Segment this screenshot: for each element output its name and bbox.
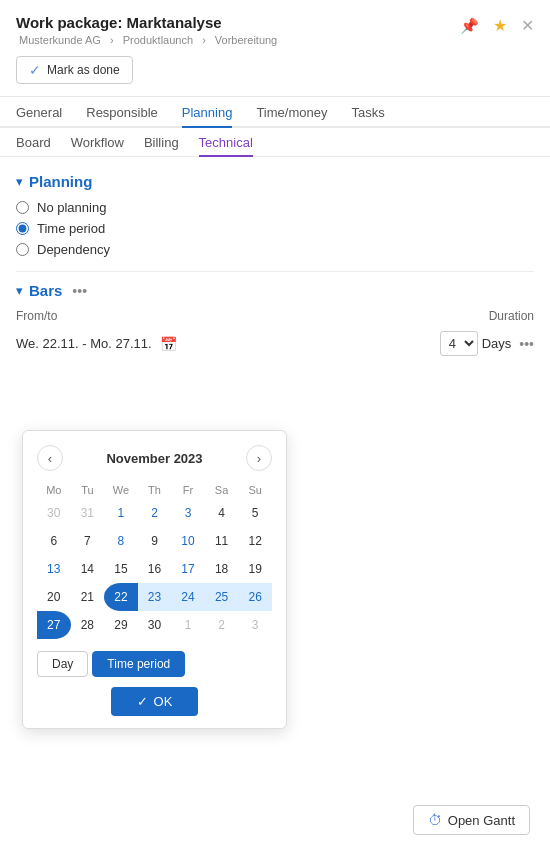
breadcrumb-part-1: Musterkunde AG [19,34,101,46]
cal-day[interactable]: 7 [71,527,105,555]
planning-section-title: Planning [29,173,92,190]
radio-no-planning-label: No planning [37,200,106,215]
cal-day[interactable]: 16 [138,555,172,583]
cal-tab-time-period[interactable]: Time period [92,651,185,677]
date-display: We. 22.11. - Mo. 27.11. [16,336,152,351]
calendar-grid: Mo Tu We Th Fr Sa Su 30 31 1 2 3 4 5 [37,481,272,639]
cal-day-range[interactable]: 24 [171,583,205,611]
open-gantt-button[interactable]: ⏱ Open Gantt [413,805,530,835]
cal-day-range[interactable]: 26 [238,583,272,611]
calendar-month-year: November 2023 [106,451,202,466]
radio-no-planning[interactable]: No planning [16,200,534,215]
cal-day[interactable]: 18 [205,555,239,583]
duration-more-icon[interactable]: ••• [519,336,534,352]
gantt-icon: ⏱ [428,812,442,828]
duration-input-area: 4 1 2 3 5 6 7 Days ••• [440,331,534,356]
weekday-mo: Mo [37,481,71,499]
cal-day[interactable]: 20 [37,583,71,611]
cal-day[interactable]: 15 [104,555,138,583]
cal-day[interactable]: 30 [138,611,172,639]
tab-technical[interactable]: Technical [199,128,253,157]
bars-section-header: ▾ Bars ••• [16,282,534,299]
mark-done-label: Mark as done [47,63,120,77]
cal-day[interactable]: 9 [138,527,172,555]
tab-workflow[interactable]: Workflow [71,128,124,157]
radio-dependency-input[interactable] [16,243,29,256]
cal-day[interactable]: 1 [104,499,138,527]
breadcrumb: Musterkunde AG › Produktlaunch › Vorbere… [16,34,534,46]
secondary-tabs: Board Workflow Billing Technical [0,128,550,157]
cal-day[interactable]: 30 [37,499,71,527]
cal-day-range-start[interactable]: 22 [104,583,138,611]
cal-day[interactable]: 3 [171,499,205,527]
days-label: Days [482,336,512,351]
calendar-weekday-row: Mo Tu We Th Fr Sa Su [37,481,272,499]
radio-dependency-label: Dependency [37,242,110,257]
calendar-next-button[interactable]: › [246,445,272,471]
ok-check-icon: ✓ [137,694,148,709]
cal-day[interactable]: 29 [104,611,138,639]
cal-day[interactable]: 19 [238,555,272,583]
duration-select[interactable]: 4 1 2 3 5 6 7 [440,331,478,356]
cal-day[interactable]: 2 [205,611,239,639]
section-divider [16,271,534,272]
tab-billing[interactable]: Billing [144,128,179,157]
calendar-week-5: 27 28 29 30 1 2 3 [37,611,272,639]
tab-timemoney[interactable]: Time/money [256,97,327,128]
calendar-week-2: 6 7 8 9 10 11 12 [37,527,272,555]
tab-tasks[interactable]: Tasks [351,97,384,128]
header-actions: 📌 ★ ✕ [458,14,536,37]
pin-button[interactable]: 📌 [458,15,481,37]
calendar-ok-button[interactable]: ✓ OK [111,687,199,716]
fromto-duration-header: From/to Duration [16,309,534,323]
calendar-prev-button[interactable]: ‹ [37,445,63,471]
radio-no-planning-input[interactable] [16,201,29,214]
cal-day[interactable]: 6 [37,527,71,555]
calendar-week-4: 20 21 22 23 24 25 26 [37,583,272,611]
weekday-su: Su [238,481,272,499]
ok-label: OK [154,694,173,709]
favorite-button[interactable]: ★ [491,14,509,37]
cal-day[interactable]: 13 [37,555,71,583]
calendar-footer-tabs: Day Time period [37,651,272,677]
cal-day[interactable]: 28 [71,611,105,639]
cal-day-range-end[interactable]: 27 [37,611,71,639]
cal-day[interactable]: 2 [138,499,172,527]
cal-day-range[interactable]: 25 [205,583,239,611]
radio-dependency[interactable]: Dependency [16,242,534,257]
open-gantt-area: ⏱ Open Gantt [413,805,530,835]
cal-day[interactable]: 11 [205,527,239,555]
tab-board[interactable]: Board [16,128,51,157]
cal-day[interactable]: 3 [238,611,272,639]
tab-planning[interactable]: Planning [182,97,233,128]
radio-time-period[interactable]: Time period [16,221,534,236]
cal-day[interactable]: 12 [238,527,272,555]
tab-responsible[interactable]: Responsible [86,97,158,128]
bars-more-icon[interactable]: ••• [72,283,87,299]
cal-day[interactable]: 5 [238,499,272,527]
bars-chevron-icon[interactable]: ▾ [16,283,23,298]
calendar-week-3: 13 14 15 16 17 18 19 [37,555,272,583]
cal-day[interactable]: 21 [71,583,105,611]
cal-day[interactable]: 14 [71,555,105,583]
tab-general[interactable]: General [16,97,62,128]
cal-day[interactable]: 1 [171,611,205,639]
calendar-icon[interactable]: 📅 [160,336,177,352]
cal-day[interactable]: 4 [205,499,239,527]
cal-day[interactable]: 17 [171,555,205,583]
cal-day[interactable]: 10 [171,527,205,555]
weekday-sa: Sa [205,481,239,499]
radio-time-period-label: Time period [37,221,105,236]
breadcrumb-part-2: Produktlaunch [123,34,193,46]
cal-tab-day[interactable]: Day [37,651,88,677]
planning-chevron-icon[interactable]: ▾ [16,174,23,189]
cal-day-range[interactable]: 23 [138,583,172,611]
planning-radio-group: No planning Time period Dependency [16,200,534,257]
check-icon: ✓ [29,62,41,78]
radio-time-period-input[interactable] [16,222,29,235]
cal-day[interactable]: 31 [71,499,105,527]
cal-day[interactable]: 8 [104,527,138,555]
planning-section-header: ▾ Planning [16,173,534,190]
close-button[interactable]: ✕ [519,14,536,37]
mark-done-button[interactable]: ✓ Mark as done [16,56,133,84]
